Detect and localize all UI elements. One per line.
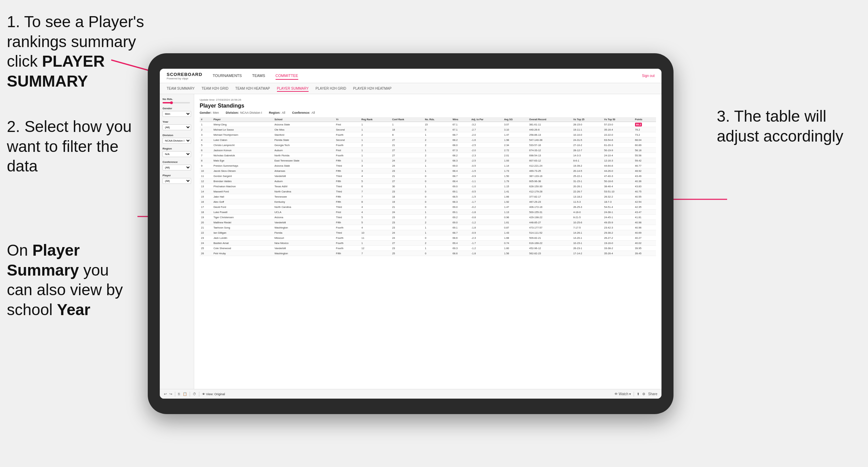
conference-section: Conference (All): [163, 160, 191, 170]
table-row[interactable]: 22Ian GilliganFloridaThird1024168.7-0.91…: [200, 230, 656, 235]
cell-13-0: 14: [200, 189, 212, 194]
player-label: Player: [163, 174, 191, 177]
redo-icon[interactable]: ↪: [169, 392, 172, 396]
share-icon[interactable]: Share: [648, 392, 657, 396]
year-section: Year (All) First Second Third Fourth Fif…: [163, 120, 191, 130]
cell-20-13: 40.96: [634, 225, 656, 230]
cell-3-0: 4: [200, 137, 212, 143]
cell-20-5: 23: [391, 225, 423, 230]
cell-6-1: Nicholas Gabrelcik: [212, 153, 273, 158]
cell-23-9: 0.74: [503, 241, 528, 246]
table-row[interactable]: 14Maxwell FordNorth CarolinaThird723069.…: [200, 189, 656, 194]
watch-icon[interactable]: 👁 Watch ▾: [614, 392, 631, 396]
view-label[interactable]: 👁 View: Original: [202, 392, 225, 396]
table-row[interactable]: 19Tiger ChristensenArizonaThird523269.2-…: [200, 215, 656, 220]
division-label: Division: [163, 134, 191, 137]
paste-icon[interactable]: 📋: [183, 392, 187, 396]
table-row[interactable]: 26Petr HrubyWashingtonFifth725068.6-1.81…: [200, 251, 656, 256]
undo-icon[interactable]: ↩: [164, 392, 167, 396]
sub-nav-player-summary[interactable]: PLAYER SUMMARY: [277, 85, 309, 92]
cell-17-12: 24-38-1: [603, 210, 634, 215]
cell-7-12: 12-16-3: [603, 158, 634, 163]
table-row[interactable]: 5Christo LamprechtGeorgia TechFourth2212…: [200, 143, 656, 148]
cell-25-6: 0: [423, 251, 451, 256]
cell-22-4: 11: [360, 235, 391, 241]
cell-0-2: Arizona State: [273, 122, 335, 127]
cell-8-10: 412-221-24: [528, 163, 572, 168]
sub-nav-team-summary[interactable]: TEAM SUMMARY: [167, 85, 195, 92]
tablet-device: SCOREBOARD Powered by clippi TOURNAMENTS…: [148, 53, 674, 414]
table-row[interactable]: 25Cole SherwoodVanderbiltFourth1223169.3…: [200, 246, 656, 251]
conference-select[interactable]: (All): [163, 165, 191, 170]
cell-24-3: Fourth: [335, 246, 360, 251]
table-row[interactable]: 8Mats EgeEast Tennessee StateFifth124268…: [200, 158, 656, 163]
table-row[interactable]: 21Taehoon SongWashingtonFourth423169.1-1…: [200, 225, 656, 230]
cell-20-1: Taehoon Song: [212, 225, 273, 230]
step1-bold: PLAYER SUMMARY: [7, 52, 105, 90]
cell-14-6: 0: [423, 194, 451, 199]
cell-22-2: Missouri: [273, 235, 335, 241]
cell-4-5: 21: [391, 143, 423, 148]
nav-sign-out[interactable]: Sign out: [642, 74, 655, 78]
cell-9-13: 48.92: [634, 168, 656, 174]
copy-icon[interactable]: ⎘: [178, 392, 180, 396]
cell-14-8: -1.5: [470, 194, 503, 199]
table-row[interactable]: 7Nicholas GabrelcikNorth FloridaFourth12…: [200, 153, 656, 158]
year-select[interactable]: (All) First Second Third Fourth Fifth: [163, 124, 191, 130]
table-row[interactable]: 3Michael ThorbjornsenStanfordFourth28168…: [200, 132, 656, 137]
cell-6-2: North Florida: [273, 153, 335, 158]
sub-nav-player-h2h-heatmap[interactable]: PLAYER H2H HEATMAP: [353, 85, 392, 92]
scoreboard-logo: SCOREBOARD Powered by clippi: [167, 72, 202, 80]
cell-17-6: 1: [423, 210, 451, 215]
nav-committee[interactable]: COMMITTEE: [276, 72, 298, 80]
table-row[interactable]: 1Wenyi DingArizona StateFirst111567.1-3.…: [200, 122, 656, 127]
table-row[interactable]: 18Luke PowellUCLAFirst424169.1-1.81.1350…: [200, 210, 656, 215]
nav-teams[interactable]: TEAMS: [252, 72, 265, 80]
cell-9-9: 1.73: [503, 168, 528, 174]
cell-19-4: 5: [360, 220, 391, 225]
cell-3-2: Florida State: [273, 137, 335, 143]
nav-tournaments[interactable]: TOURNAMENTS: [213, 72, 242, 80]
col-adj: Adj. to Par: [470, 117, 503, 122]
export-icon[interactable]: ⬆: [637, 392, 639, 396]
table-row[interactable]: 2Michael Le SassoOle MissSecond118067.1-…: [200, 127, 656, 132]
cell-14-3: Fifth: [335, 194, 360, 199]
table-row[interactable]: 20Matthew RiedelVanderbiltFifth523269.0-…: [200, 220, 656, 225]
cell-1-2: Ole Miss: [273, 127, 335, 132]
table-row[interactable]: 6Jackson KoivunAuburnFirst127167.3-2.02.…: [200, 148, 656, 153]
cell-14-9: 1.66: [503, 194, 528, 199]
settings-icon[interactable]: ⚙: [642, 392, 645, 396]
sub-nav-team-h2h-grid[interactable]: TEAM H2H GRID: [202, 85, 229, 92]
no-rds-section: No Rds.: [163, 98, 191, 103]
table-row[interactable]: 4Luke ClatonFlorida StateSecond127268.2-…: [200, 137, 656, 143]
table-row[interactable]: 13Phichaksn MaichonTexas A&MThird630169.…: [200, 184, 656, 189]
player-select[interactable]: (All): [163, 178, 191, 184]
table-row[interactable]: 9Preston SummerhaysArizona StateThird324…: [200, 163, 656, 168]
table-row[interactable]: 11Gordon SargentVanderbiltThird421068.7-…: [200, 174, 656, 179]
filter-conference: Conference: All: [292, 111, 315, 114]
table-row[interactable]: 17David FordNorth CarolinaThird421069.0-…: [200, 204, 656, 210]
cell-21-10: 514-111-52: [528, 230, 572, 235]
cell-19-6: 2: [423, 220, 451, 225]
update-time: Update time: 27/03/2024 16:56:26: [200, 98, 656, 101]
gender-select[interactable]: Men Women: [163, 111, 191, 117]
toolbar-sep-2: [190, 392, 190, 397]
step2-text: 2. Select how you want to filter the dat…: [7, 118, 132, 175]
division-select[interactable]: NCAA Division I: [163, 138, 191, 144]
filter-conference-value: All: [312, 111, 315, 114]
no-rds-slider[interactable]: [163, 102, 190, 103]
table-row[interactable]: 16Alex GoffKentuckyFifth819068.3-1.71.92…: [200, 199, 656, 204]
table-row[interactable]: 15Jake HallTennesseeFifth718068.5-1.51.6…: [200, 194, 656, 199]
table-row[interactable]: 10Jacob Skov-OlesenArkansasFifth323168.4…: [200, 168, 656, 174]
sub-nav-team-h2h-heatmap[interactable]: TEAM H2H HEATMAP: [235, 85, 270, 92]
table-row[interactable]: 24Bastien AmatNew MexicoFourth127269.4-1…: [200, 241, 656, 246]
table-row[interactable]: 12Brendan ValdesAuburnFifth527068.4-1.11…: [200, 179, 656, 184]
sub-nav-player-h2h-grid[interactable]: PLAYER H2H GRID: [315, 85, 346, 92]
cell-8-4: 3: [360, 163, 391, 168]
table-row[interactable]: 23Jack LundinMissouriFourth1124068.6-2.3…: [200, 235, 656, 241]
region-select[interactable]: N/A All: [163, 151, 191, 157]
cell-13-7: 69.1: [451, 189, 470, 194]
cell-9-4: 3: [360, 168, 391, 174]
cell-2-12: 22-22-0: [603, 132, 634, 137]
cell-9-3: Fifth: [335, 168, 360, 174]
